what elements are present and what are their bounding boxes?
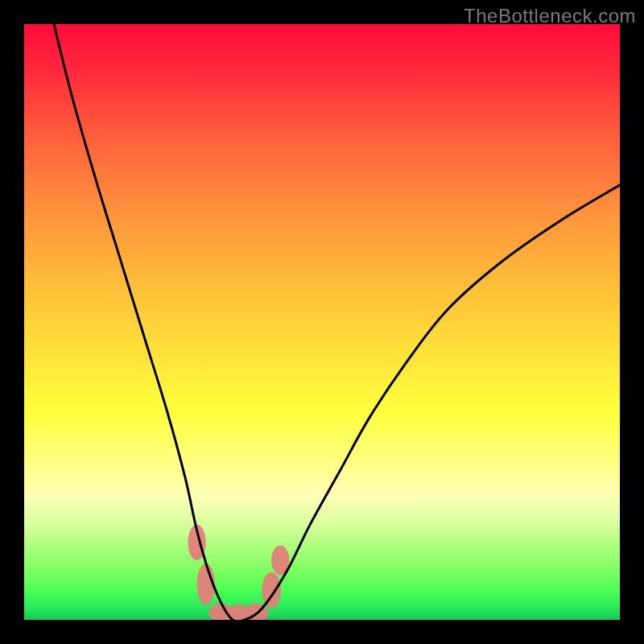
plot-area [24,24,620,620]
chart-frame: TheBottleneck.com [0,0,644,644]
watermark-text: TheBottleneck.com [464,5,636,27]
marker-blobs [188,525,290,620]
curve-layer [24,24,620,620]
blob-right-lower [262,572,281,608]
bottleneck-curve [54,24,620,620]
